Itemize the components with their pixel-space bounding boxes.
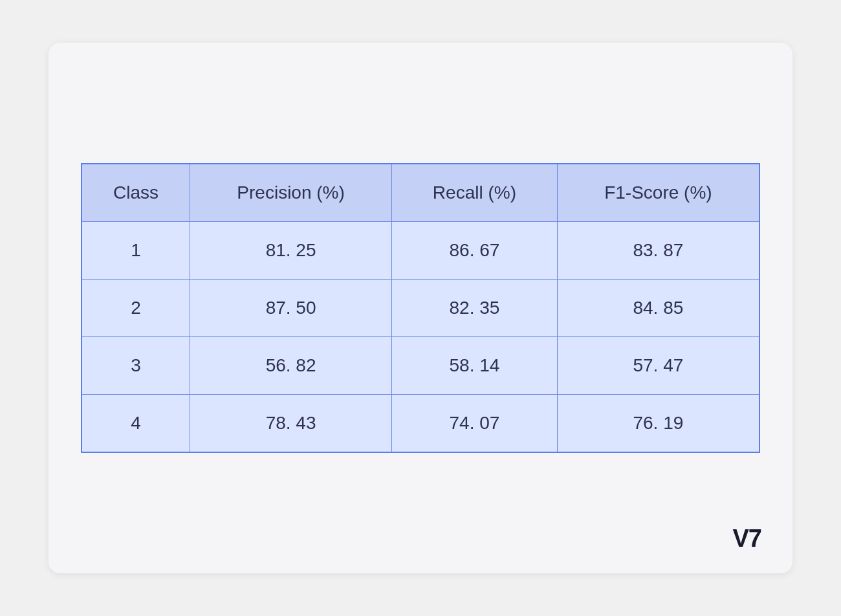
v7-logo: V7 bbox=[733, 525, 761, 553]
table-wrapper: Class Precision (%) Recall (%) F1-Score … bbox=[81, 163, 760, 453]
cell-f1score-row1: 83. 87 bbox=[557, 222, 759, 280]
cell-precision-row3: 56. 82 bbox=[190, 337, 392, 395]
table-row: 478. 4374. 0776. 19 bbox=[82, 395, 759, 453]
table-header-row: Class Precision (%) Recall (%) F1-Score … bbox=[82, 164, 759, 222]
header-class: Class bbox=[82, 164, 190, 222]
cell-precision-row4: 78. 43 bbox=[190, 395, 392, 453]
table-row: 287. 5082. 3584. 85 bbox=[82, 280, 759, 337]
table-row: 181. 2586. 6783. 87 bbox=[82, 222, 759, 280]
cell-class-row1: 1 bbox=[82, 222, 190, 280]
cell-recall-row1: 86. 67 bbox=[392, 222, 558, 280]
cell-recall-row4: 74. 07 bbox=[392, 395, 558, 453]
table-row: 356. 8258. 1457. 47 bbox=[82, 337, 759, 395]
cell-f1score-row3: 57. 47 bbox=[557, 337, 759, 395]
cell-precision-row1: 81. 25 bbox=[190, 222, 392, 280]
metrics-table: Class Precision (%) Recall (%) F1-Score … bbox=[81, 163, 760, 453]
cell-precision-row2: 87. 50 bbox=[190, 280, 392, 337]
cell-class-row2: 2 bbox=[82, 280, 190, 337]
cell-class-row4: 4 bbox=[82, 395, 190, 453]
header-precision: Precision (%) bbox=[190, 164, 392, 222]
cell-f1score-row2: 84. 85 bbox=[557, 280, 759, 337]
cell-recall-row2: 82. 35 bbox=[392, 280, 558, 337]
main-card: Class Precision (%) Recall (%) F1-Score … bbox=[49, 43, 792, 573]
cell-class-row3: 3 bbox=[82, 337, 190, 395]
header-f1score: F1-Score (%) bbox=[557, 164, 759, 222]
cell-f1score-row4: 76. 19 bbox=[557, 395, 759, 453]
header-recall: Recall (%) bbox=[392, 164, 558, 222]
cell-recall-row3: 58. 14 bbox=[392, 337, 558, 395]
